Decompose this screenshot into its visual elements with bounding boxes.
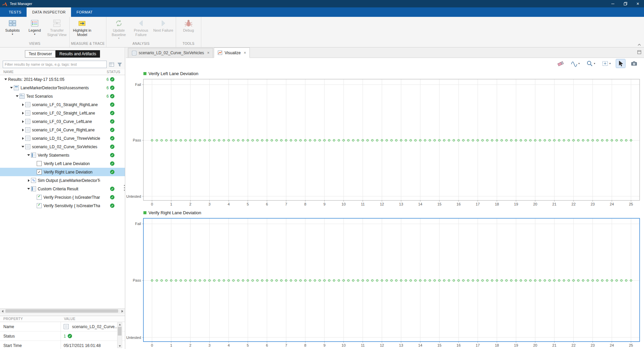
view-toggle-test-browser[interactable]: Test Browser xyxy=(25,50,56,58)
row-checkbox[interactable]: ✓ xyxy=(37,169,42,174)
svg-text:Pass: Pass xyxy=(133,138,141,142)
tree-item-lanemarkerdetectortestassessments[interactable]: LaneMarkerDetectorTestAssessments6✓ xyxy=(0,84,125,92)
verify-result-plot[interactable]: 0123456789101112131415161718192021222324… xyxy=(126,78,644,208)
collapse-arrow-icon[interactable] xyxy=(21,145,25,149)
tree-item-verify-sensitivity-isgreaterthan[interactable]: Verify Sensitivity { IsGreaterThan✓ xyxy=(0,201,125,210)
toolstrip-tab-data-inspector[interactable]: DATA INSPECTOR xyxy=(27,7,71,17)
tree-item-verify-precision-isgreaterthan[interactable]: Verify Precision { IsGreaterThan✓ xyxy=(0,193,125,201)
collapse-arrow-icon[interactable] xyxy=(9,86,14,90)
toolstrip-tab-format[interactable]: FORMAT xyxy=(71,7,98,17)
pass-check-icon: ✓ xyxy=(110,119,114,124)
scroll-right-icon[interactable] xyxy=(121,310,124,313)
property-value: scenario_LD_02_Curve... xyxy=(61,322,125,331)
toolstrip-tab-tests[interactable]: TESTS xyxy=(3,7,27,17)
svg-text:9: 9 xyxy=(324,343,326,347)
tree-item-label: Test Scenarios xyxy=(26,94,53,99)
tree-item-verify-right-lane-deviation[interactable]: ✓Verify Right Lane Deviation✓ xyxy=(0,168,125,176)
svg-text:25: 25 xyxy=(629,343,633,347)
maximize-pane-icon[interactable] xyxy=(637,50,642,55)
signal-style-tool[interactable]: ▾ xyxy=(570,59,581,68)
subplots-button[interactable]: Subplots▾ xyxy=(1,18,24,36)
view-options-icon[interactable] xyxy=(108,61,115,68)
window-controls: × xyxy=(607,0,644,7)
camera-tool[interactable] xyxy=(630,59,639,68)
eraser-tool[interactable] xyxy=(556,59,565,68)
doc-tab-visualize[interactable]: Visualize× xyxy=(214,47,250,58)
tree-item-results-2021-may-17-15-51-05[interactable]: Results: 2021-May-17 15:51:056✓ xyxy=(0,75,125,84)
collapse-arrow-icon[interactable] xyxy=(26,153,31,158)
fit-to-view-tool[interactable]: ▾ xyxy=(601,59,612,68)
tree-item-verify-statements[interactable]: Verify Statements✓ xyxy=(0,151,125,159)
verify-icon xyxy=(31,153,36,158)
scroll-down-icon[interactable] xyxy=(117,344,122,348)
previous-failure-button[interactable]: Previous Failure xyxy=(130,18,152,37)
tree-item-scenario-lf-02-straight-leftlane[interactable]: scenario_LF_02_Straight_LeftLane✓ xyxy=(0,109,125,117)
zoom-tool[interactable]: ▾ xyxy=(585,59,596,68)
highlight-in-model-button[interactable]: Highlight in Model xyxy=(71,18,93,37)
legend-button[interactable]: Legend▾ xyxy=(24,18,46,36)
svg-text:Pass: Pass xyxy=(133,278,141,282)
tree-item-label: LaneMarkerDetectorTestAssessments xyxy=(21,86,89,90)
ribbon-button-label: Transfer Signal View xyxy=(46,28,67,37)
view-toggle-results-and-artifacts[interactable]: Results and Artifacts xyxy=(56,50,100,58)
doc-tab-scenario-ld-02-curve-sixvehicles[interactable]: scenario_LD_02_Curve_SixVehicles× xyxy=(128,48,213,58)
collapse-toolstrip-icon[interactable] xyxy=(637,42,642,46)
transfer-signal-view-button[interactable]: Transfer Signal View xyxy=(46,18,68,37)
expander-spacer xyxy=(32,161,37,166)
tree-item-scenario-lf-01-straight-rightlane[interactable]: scenario_LF_01_Straight_RightLane✓ xyxy=(0,100,125,109)
properties-scrollbar[interactable] xyxy=(117,322,122,348)
restore-button[interactable] xyxy=(619,0,632,7)
property-row-start-time[interactable]: Start Time05/17/2021 16:01:48 xyxy=(0,341,125,349)
minimize-button[interactable] xyxy=(607,0,619,7)
tree-horizontal-scrollbar[interactable] xyxy=(0,308,125,314)
scrollbar-thumb[interactable] xyxy=(5,309,118,313)
status-cell: ✓ xyxy=(101,119,114,124)
expand-arrow-icon[interactable] xyxy=(21,111,25,116)
panel-splitter[interactable] xyxy=(124,185,125,192)
next-failure-icon xyxy=(159,19,168,28)
tree-item-label: Verify Precision { IsGreaterThan xyxy=(43,195,100,200)
chart-verify-left-lane-deviation[interactable]: Verify Left Lane Deviation 0123456789101… xyxy=(126,69,644,208)
scroll-up-icon[interactable] xyxy=(117,323,122,326)
property-row-status[interactable]: Status1✓ xyxy=(0,331,125,341)
verify-result-plot[interactable]: 0123456789101112131415161718192021222324… xyxy=(126,217,644,349)
expand-arrow-icon[interactable] xyxy=(21,128,25,132)
chart-verify-right-lane-deviation[interactable]: Verify Right Lane Deviation 012345678910… xyxy=(126,208,644,349)
svg-text:0: 0 xyxy=(151,202,153,206)
tree-item-scenario-lf-03-curve-leftlane[interactable]: scenario_LF_03_Curve_LeftLane✓ xyxy=(0,117,125,126)
scrollbar-thumb[interactable] xyxy=(118,327,122,336)
svg-text:1: 1 xyxy=(170,343,172,347)
tree-item-scenario-ld-02-curve-sixvehicles[interactable]: scenario_LD_02_Curve_SixVehicles✓ xyxy=(0,142,125,151)
expand-arrow-icon[interactable] xyxy=(26,178,31,183)
tab-close-icon[interactable]: × xyxy=(207,51,209,55)
tree-item-scenario-lf-04-curve-rightlane[interactable]: scenario_LF_04_Curve_RightLane✓ xyxy=(0,126,125,134)
update-baseline-button[interactable]: Update Baseline▾ xyxy=(108,18,130,40)
filter-input[interactable] xyxy=(3,61,107,68)
row-checkbox[interactable] xyxy=(37,161,42,166)
collapse-arrow-icon[interactable] xyxy=(15,94,20,99)
property-column-header: PROPERTY xyxy=(3,317,23,321)
criteria-icon xyxy=(37,203,42,208)
svg-text:0: 0 xyxy=(151,343,153,347)
debug-button[interactable]: Debug xyxy=(177,18,200,33)
property-row-name[interactable]: Namescenario_LD_02_Curve... xyxy=(0,322,125,331)
expand-arrow-icon[interactable] xyxy=(21,119,25,124)
collapse-arrow-icon[interactable] xyxy=(3,77,8,82)
next-failure-button[interactable]: Next Failure xyxy=(152,18,174,33)
scroll-left-icon[interactable] xyxy=(1,310,4,313)
close-button[interactable]: × xyxy=(632,0,644,7)
expand-arrow-icon[interactable] xyxy=(21,102,25,107)
pointer-tool[interactable] xyxy=(616,59,625,68)
expand-arrow-icon[interactable] xyxy=(21,136,25,141)
tab-close-icon[interactable]: × xyxy=(244,51,246,55)
tree-item-custom-criteria-result[interactable]: Custom Criteria Result✓ xyxy=(0,185,125,193)
expander-spacer xyxy=(32,203,37,208)
tree-item-verify-left-lane-deviation[interactable]: Verify Left Lane Deviation✓ xyxy=(0,159,125,168)
tree-item-sim-output-lanemarkerdetectorte[interactable]: Sim Output (LaneMarkerDetectorTe xyxy=(0,176,125,185)
tree-item-test-scenarios[interactable]: Test Scenarios6✓ xyxy=(0,92,125,100)
fit-to-view-icon xyxy=(602,60,609,67)
filter-icon[interactable] xyxy=(116,61,123,68)
collapse-arrow-icon[interactable] xyxy=(26,187,31,191)
tree-item-scenario-ld-01-curve-threevehicle[interactable]: scenario_LD_01_Curve_ThreeVehicle✓ xyxy=(0,134,125,142)
svg-text:17: 17 xyxy=(476,343,480,347)
